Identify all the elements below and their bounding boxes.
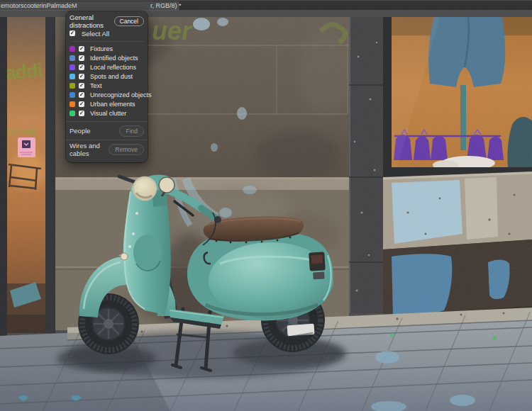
select-all-label: Select All: [82, 30, 109, 38]
people-label: People: [70, 127, 91, 135]
distraction-item-urban-elements[interactable]: ✓Urban elements: [70, 99, 144, 108]
item-checkbox[interactable]: ✓: [79, 111, 84, 116]
find-button[interactable]: Find: [119, 125, 144, 137]
tab-title-fragment-right: r, RGB/8) *: [150, 2, 182, 9]
panel-divider: [72, 41, 144, 42]
panel-title: General distractions: [70, 13, 114, 29]
item-label: Text: [90, 82, 102, 89]
remove-button[interactable]: Remove: [109, 144, 144, 155]
category-color-swatch: [70, 64, 75, 70]
distraction-item-text[interactable]: ✓Text: [70, 81, 144, 90]
people-section: People Find: [66, 121, 148, 140]
item-label: Local reflections: [90, 64, 136, 71]
item-checkbox[interactable]: ✓: [79, 64, 84, 70]
item-label: Spots and dust: [90, 73, 133, 80]
category-color-swatch: [70, 46, 75, 52]
category-color-swatch: [70, 92, 75, 98]
photoshop-window: emotorscooterinPalmadeM r, RGB/8) *: [0, 0, 532, 411]
distraction-item-visual-clutter[interactable]: ✓Visual clutter: [70, 108, 144, 118]
wires-section: Wires and cables Remove: [66, 140, 148, 158]
select-all-row[interactable]: ✓ Select All: [70, 28, 144, 39]
select-all-checkbox[interactable]: ✓: [70, 30, 75, 36]
category-color-swatch: [70, 111, 75, 116]
item-checkbox[interactable]: ✓: [79, 55, 84, 61]
cancel-button[interactable]: Cancel: [114, 16, 144, 26]
item-label: Visual clutter: [90, 110, 126, 117]
general-distractions-panel: General distractions Cancel ✓ Select All…: [66, 11, 148, 162]
distraction-item-local-reflections[interactable]: ✓Local reflections: [70, 62, 144, 72]
item-checkbox[interactable]: ✓: [79, 101, 84, 107]
distraction-item-identified-objects[interactable]: ✓Identified objects: [70, 53, 144, 62]
item-checkbox[interactable]: ✓: [79, 74, 84, 79]
item-label: Urban elements: [90, 101, 135, 108]
category-color-swatch: [70, 83, 75, 89]
distraction-list: ✓Fixtures✓Identified objects✓Local refle…: [70, 44, 144, 118]
category-color-swatch: [70, 101, 75, 107]
category-color-swatch: [70, 74, 75, 79]
item-checkbox[interactable]: ✓: [79, 46, 84, 52]
distraction-item-spots-and-dust[interactable]: ✓Spots and dust: [70, 72, 144, 81]
item-label: Identified objects: [90, 55, 138, 62]
tab-title-fragment-left: emotorscooterinPalmadeM: [1, 2, 77, 9]
category-color-swatch: [70, 55, 75, 61]
item-label: Fixtures: [90, 45, 113, 52]
wires-label: Wires and cables: [70, 142, 109, 157]
document-tab-bar: emotorscooterinPalmadeM r, RGB/8) *: [0, 0, 532, 10]
item-checkbox[interactable]: ✓: [79, 83, 84, 89]
distraction-item-fixtures[interactable]: ✓Fixtures: [70, 44, 144, 53]
item-checkbox[interactable]: ✓: [79, 92, 84, 98]
item-label: Unrecognized objects: [90, 91, 152, 98]
distraction-item-unrecognized-objects[interactable]: ✓Unrecognized objects: [70, 90, 144, 99]
